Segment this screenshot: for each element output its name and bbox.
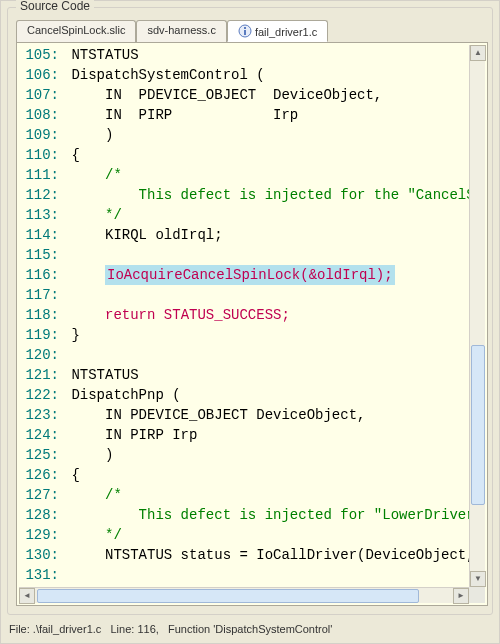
line-body: DispatchSystemControl ( — [63, 67, 265, 83]
vertical-scrollbar[interactable]: ▲ ▼ — [469, 45, 485, 587]
line-body: NTSTATUS — [63, 367, 139, 383]
line-number: 129: — [19, 525, 63, 545]
horizontal-scrollbar[interactable]: ◄ ► — [19, 587, 469, 603]
source-code-panel: Source Code CancelSpinLock.slicsdv-harne… — [0, 0, 500, 644]
code-line: 121: NTSTATUS — [19, 365, 469, 385]
line-number: 122: — [19, 385, 63, 405]
scroll-down-button[interactable]: ▼ — [470, 571, 486, 587]
line-body: NTSTATUS — [63, 47, 139, 63]
code-line: 114: KIRQL oldIrql; — [19, 225, 469, 245]
vertical-scroll-thumb[interactable] — [471, 345, 485, 505]
code-token: IoAcquireCancelSpinLock(&oldIrql); — [105, 265, 395, 285]
code-token: */ — [71, 207, 121, 223]
code-token: KIRQL oldIrql; — [71, 227, 222, 243]
scroll-right-button[interactable]: ► — [453, 588, 469, 604]
code-line: 127: /* — [19, 485, 469, 505]
status-func: Function 'DispatchSystemControl' — [168, 623, 332, 635]
tab-cancelspinlock-slic[interactable]: CancelSpinLock.slic — [16, 20, 136, 42]
line-body: DispatchPnp ( — [63, 387, 181, 403]
line-number: 115: — [19, 245, 63, 265]
line-number: 108: — [19, 105, 63, 125]
code-token: /* — [71, 487, 121, 503]
code-line: 117: — [19, 285, 469, 305]
code-line: 105: NTSTATUS — [19, 45, 469, 65]
line-number: 112: — [19, 185, 63, 205]
code-line: 124: IN PIRP Irp — [19, 425, 469, 445]
line-body: NTSTATUS status = IoCallDriver(DeviceObj… — [63, 547, 469, 563]
code-line: 113: */ — [19, 205, 469, 225]
code-scroll-area[interactable]: 105: NTSTATUS106: DispatchSystemControl … — [19, 45, 469, 587]
code-line: 107: IN PDEVICE_OBJECT DeviceObject, — [19, 85, 469, 105]
code-token: */ — [71, 527, 121, 543]
line-body: ) — [63, 127, 113, 143]
code-token: DispatchSystemControl ( — [71, 67, 264, 83]
tab-label: CancelSpinLock.slic — [27, 24, 125, 36]
svg-rect-1 — [244, 30, 246, 35]
line-body — [63, 287, 71, 303]
line-number: 118: — [19, 305, 63, 325]
info-icon — [238, 24, 252, 40]
line-body: KIRQL oldIrql; — [63, 227, 223, 243]
code-token: This defect is injected for "LowerDriver… — [71, 507, 469, 523]
line-number: 107: — [19, 85, 63, 105]
scroll-up-button[interactable]: ▲ — [470, 45, 486, 61]
line-number: 126: — [19, 465, 63, 485]
line-number: 120: — [19, 345, 63, 365]
line-body: /* — [63, 167, 122, 183]
svg-rect-2 — [244, 27, 246, 29]
code-line: 123: IN PDEVICE_OBJECT DeviceObject, — [19, 405, 469, 425]
code-token: /* — [71, 167, 121, 183]
line-number: 111: — [19, 165, 63, 185]
code-line: 118: return STATUS_SUCCESS; — [19, 305, 469, 325]
line-body: IoAcquireCancelSpinLock(&oldIrql); — [63, 267, 395, 283]
line-number: 116: — [19, 265, 63, 285]
tab-bar: CancelSpinLock.slicsdv-harness.cfail_dri… — [16, 20, 484, 42]
line-number: 125: — [19, 445, 63, 465]
line-body: { — [63, 147, 80, 163]
line-body — [63, 247, 71, 263]
code-token: DispatchPnp ( — [71, 387, 180, 403]
code-token: ) — [71, 127, 113, 143]
status-bar: File: .\fail_driver1.c Line: 116, Functi… — [5, 621, 495, 639]
tab-label: sdv-harness.c — [147, 24, 215, 36]
line-number: 110: — [19, 145, 63, 165]
code-line: 122: DispatchPnp ( — [19, 385, 469, 405]
code-token: ) — [71, 447, 113, 463]
code-line: 112: This defect is injected for the "Ca… — [19, 185, 469, 205]
tab-fail-driver1-c[interactable]: fail_driver1.c — [227, 20, 328, 42]
line-body: { — [63, 467, 80, 483]
code-line: 129: */ — [19, 525, 469, 545]
code-line: 120: — [19, 345, 469, 365]
line-number: 106: — [19, 65, 63, 85]
line-number: 105: — [19, 45, 63, 65]
code-token: IN PDEVICE_OBJECT DeviceObject, — [71, 87, 382, 103]
line-body: ) — [63, 447, 113, 463]
group-legend: Source Code — [16, 0, 94, 13]
code-token — [71, 307, 105, 323]
code-token: IN PIRP Irp — [71, 107, 298, 123]
line-number: 114: — [19, 225, 63, 245]
code-line: 110: { — [19, 145, 469, 165]
scrollbar-corner — [469, 587, 485, 603]
code-line: 115: — [19, 245, 469, 265]
code-line: 116: IoAcquireCancelSpinLock(&oldIrql); — [19, 265, 469, 285]
line-number: 109: — [19, 125, 63, 145]
code-line: 106: DispatchSystemControl ( — [19, 65, 469, 85]
line-number: 123: — [19, 405, 63, 425]
line-number: 121: — [19, 365, 63, 385]
code-token: NTSTATUS — [71, 367, 138, 383]
code-token: This defect is injected for the "CancelS… — [71, 187, 469, 203]
code-token: { — [71, 147, 79, 163]
tab-sdv-harness-c[interactable]: sdv-harness.c — [136, 20, 226, 42]
line-body: } — [63, 327, 80, 343]
line-body — [63, 347, 71, 363]
code-token: IN PDEVICE_OBJECT DeviceObject, — [71, 407, 365, 423]
scroll-left-button[interactable]: ◄ — [19, 588, 35, 604]
source-code-group: Source Code CancelSpinLock.slicsdv-harne… — [7, 7, 493, 615]
horizontal-scroll-thumb[interactable] — [37, 589, 419, 603]
code-token — [71, 267, 105, 283]
line-body: IN PIRP Irp — [63, 427, 197, 443]
line-body: */ — [63, 527, 122, 543]
code-line: 111: /* — [19, 165, 469, 185]
code-line: 125: ) — [19, 445, 469, 465]
